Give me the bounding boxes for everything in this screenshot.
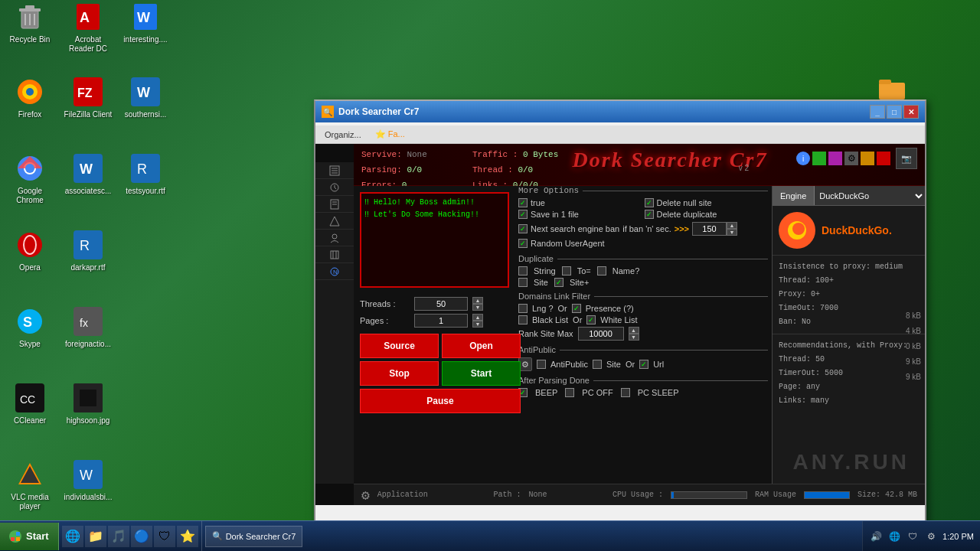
desktop-icon-southern[interactable]: W southernsi... [119, 77, 172, 119]
start-button[interactable]: Start [442, 361, 521, 386]
nav-item-2[interactable] [315, 179, 354, 196]
orange-ctrl-button[interactable] [861, 152, 874, 165]
string-checkbox[interactable] [518, 266, 528, 276]
ban-spin-up[interactable]: ▲ [727, 222, 737, 229]
tray-audio-icon[interactable]: 🔊 [869, 530, 883, 543]
desktop-icon-highsoon[interactable]: highsoon.jpg [61, 383, 115, 425]
pcsleep-checkbox[interactable] [621, 388, 630, 397]
desktop-icon-word[interactable]: W interesting.... [119, 2, 172, 44]
rank-spin-down[interactable]: ▼ [629, 334, 639, 341]
quicklaunch-media-icon[interactable]: 🎵 [108, 526, 129, 547]
taskbar-item-dork[interactable]: 🔍 Dork Searcher Cr7 [205, 526, 303, 547]
open-button[interactable]: Open [442, 334, 521, 358]
system-tray: 🔊 🌐 🛡 ⚙ 1:20 PM [862, 521, 980, 551]
antipublic-checkbox[interactable] [537, 360, 546, 369]
purple-ctrl-button[interactable] [828, 152, 842, 165]
maximize-button[interactable]: □ [887, 105, 902, 119]
start-label: Start [26, 530, 49, 542]
threads-spin-down[interactable]: ▼ [472, 304, 483, 311]
engine-select[interactable]: DuckDuckGo Google Bing [815, 187, 925, 204]
quicklaunch-folder-icon[interactable]: 📁 [85, 526, 106, 547]
taskbar-item-label: Dork Searcher Cr7 [226, 532, 296, 541]
threads-input[interactable] [414, 297, 468, 311]
file-size-3: 0 kB [906, 339, 921, 354]
delete-null-checkbox[interactable]: ✓ [645, 198, 654, 207]
organize-tab[interactable]: Organiz... [318, 130, 368, 139]
isearch-checkbox[interactable]: ✓ [518, 198, 528, 207]
source-button[interactable]: Source [360, 334, 439, 358]
quicklaunch-chrome-icon[interactable]: 🔵 [131, 526, 152, 547]
nav-item-1[interactable] [315, 162, 354, 179]
ap-site-checkbox[interactable] [593, 360, 602, 369]
red-ctrl-button[interactable] [877, 152, 890, 165]
tray-security-icon[interactable]: 🛡 [906, 530, 920, 543]
delete-dup-checkbox[interactable]: ✓ [645, 210, 654, 219]
to-checkbox[interactable] [562, 266, 571, 276]
engine-tab-label[interactable]: Engine [773, 186, 815, 205]
minimize-button[interactable]: _ [870, 105, 885, 119]
desktop-icon-ccleaner[interactable]: CC CCleaner [3, 383, 57, 425]
start-button[interactable]: Start [0, 523, 59, 550]
desktop-icon-opera[interactable]: Opera [3, 230, 57, 272]
ban-spin-down[interactable]: ▼ [727, 229, 737, 236]
rank-value-input[interactable] [578, 327, 624, 341]
darkapr-icon: R [73, 230, 103, 260]
site-checkbox[interactable] [518, 278, 528, 287]
gear-button[interactable]: ⚙ [844, 152, 858, 165]
quicklaunch-shield-icon[interactable]: 🛡 [154, 526, 175, 547]
pages-input[interactable] [414, 314, 468, 328]
blacklist-label: Black List [532, 315, 568, 324]
desktop-icon-foreign[interactable]: fx foreignactio... [61, 306, 115, 349]
nav-item-5[interactable] [315, 230, 354, 246]
svg-point-19 [25, 164, 34, 173]
rank-spin-up[interactable]: ▲ [629, 327, 639, 334]
green-ctrl-button[interactable] [812, 152, 826, 165]
pause-button[interactable]: Pause [360, 389, 521, 413]
next-ban-checkbox[interactable]: ✓ [518, 224, 528, 233]
save-in-1-checkbox[interactable]: ✓ [518, 210, 528, 219]
pages-spin-down[interactable]: ▼ [472, 321, 483, 328]
ap-url-checkbox[interactable]: ✓ [639, 360, 648, 369]
stop-button[interactable]: Stop [360, 361, 439, 386]
nav-item-3[interactable] [315, 196, 354, 213]
pages-spin-up[interactable]: ▲ [472, 314, 483, 321]
desktop-icon-filezilla[interactable]: FZ FileZilla Client [61, 77, 115, 119]
desktop-icon-chrome[interactable]: GoogleChrome [3, 153, 57, 205]
threads-spin-up[interactable]: ▲ [472, 297, 483, 304]
favorites-tab[interactable]: ⭐ Fa... [369, 129, 411, 139]
desktop-icon-associates[interactable]: W associatesc... [61, 153, 115, 196]
svg-text:N: N [333, 269, 338, 276]
camera-button[interactable]: 📷 [896, 148, 917, 169]
desktop-icon-recycle-bin[interactable]: Recycle Bin [3, 2, 57, 44]
info-button[interactable]: i [796, 152, 810, 165]
siteplus-checkbox[interactable]: ✓ [554, 278, 564, 287]
tray-network-icon[interactable]: 🌐 [887, 530, 901, 543]
quicklaunch-star-icon[interactable]: ⭐ [177, 526, 198, 547]
name-checkbox[interactable] [597, 266, 606, 276]
pcoff-checkbox[interactable] [565, 388, 574, 397]
log-line-2: ‼ Let's Do Some Hacking!! [364, 209, 505, 221]
nav-item-7[interactable]: N [315, 263, 354, 280]
whitelist-checkbox[interactable]: ✓ [586, 315, 596, 324]
desktop-icon-acrobat[interactable]: A AcrobatReader DC [61, 2, 115, 54]
domains-section: Domains Link Filter Lng ? Or ✓ Presence … [518, 292, 768, 341]
desktop-icon-firefox[interactable]: Firefox [3, 77, 57, 119]
close-button[interactable]: ✕ [903, 105, 919, 119]
tray-settings-icon[interactable]: ⚙ [924, 530, 938, 543]
ban-value-input[interactable] [692, 222, 727, 236]
desktop-icon-darkapr[interactable]: R darkapr.rtf [61, 230, 115, 272]
pages-row: Pages : ▲ ▼ [360, 314, 521, 328]
save-in-1-option: ✓ Save in 1 file [518, 210, 642, 219]
random-ua-checkbox[interactable]: ✓ [518, 239, 528, 248]
desktop-icon-individual[interactable]: W individualsbi... [61, 459, 115, 502]
svg-text:W: W [137, 85, 150, 100]
quicklaunch-ie-icon[interactable]: 🌐 [62, 526, 83, 547]
desktop-icon-skype[interactable]: S Skype [3, 306, 57, 349]
thread-value: 0/0 [518, 165, 533, 174]
desktop-icon-vlc[interactable]: VLC mediaplayer [3, 459, 57, 511]
nav-item-6[interactable] [315, 246, 354, 263]
presence-checkbox[interactable]: ✓ [572, 304, 581, 313]
org-tabs: Organiz... ⭐ Fa... [315, 126, 925, 144]
nav-item-4[interactable] [315, 213, 354, 230]
desktop-icon-testyour[interactable]: R testsyour.rtf [119, 153, 172, 196]
